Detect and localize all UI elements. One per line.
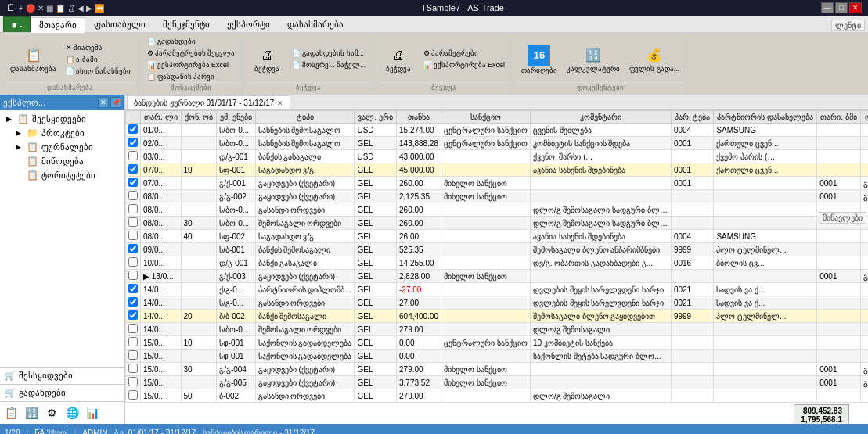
table-row[interactable]: 15/0...30გ/გ-004გაყიდვები (ქვეტარი)GEL27… xyxy=(126,363,869,376)
row-checkbox[interactable] xyxy=(126,177,141,190)
row-checkbox[interactable] xyxy=(126,137,141,150)
ribbon-tab-price[interactable]: ფასთაბული xyxy=(85,16,154,32)
col-header-amount[interactable]: თანხა xyxy=(397,111,441,124)
row-checkbox[interactable] xyxy=(126,389,141,403)
col-header-c1[interactable]: ქონ. ობ xyxy=(181,111,217,124)
tab-close-icon[interactable]: ✕ xyxy=(277,99,283,107)
ribbon-tab-help[interactable]: დასახმარება xyxy=(279,16,352,32)
toolbar-icon8[interactable]: ▶ xyxy=(86,4,92,13)
ribbon-btn-transfer[interactable]: 💰 ფულის გადა... xyxy=(625,44,683,75)
explorer-purchases-bottom[interactable]: 🛒 შესსყიდვები xyxy=(0,367,124,384)
table-row[interactable]: 08/0...ს/ბო-0...გასანდი ორდვებიGEL260.00… xyxy=(126,203,869,217)
close-button[interactable]: ✕ xyxy=(849,2,862,13)
table-row[interactable]: 07/0...გ/ქ-001გაყიდვები (ქვეტარი)GEL260.… xyxy=(126,177,869,190)
footer-icon-1[interactable]: 📋 xyxy=(2,404,20,422)
toolbar-icon5[interactable]: 📋 xyxy=(56,4,65,13)
ribbon-tab-mgmt[interactable]: მენეჯმენტი xyxy=(154,16,218,32)
toolbar-icon7[interactable]: ◀ xyxy=(77,4,84,13)
col-header-sanq[interactable]: სანქციო xyxy=(441,111,531,124)
col-header-type[interactable]: ტიპი xyxy=(255,111,355,124)
table-row[interactable]: 07/0...10სფ-001საგადახდო ვ/გ.GEL45,000.0… xyxy=(126,163,869,177)
tree-item-delivery[interactable]: 📋 მიწოდება xyxy=(0,154,124,168)
ribbon-tab-main[interactable]: მთავარი xyxy=(31,17,85,33)
table-row[interactable]: 14/0...ქ/გ-0...პარტნიორის დიპლომბ...GEL-… xyxy=(126,283,869,296)
col-header-partner[interactable]: პარტნიორის დასახელება xyxy=(714,111,817,124)
table-row[interactable]: 08/0...გ/გ-002გაყიდვები (ქვეტარი)GEL2,12… xyxy=(126,190,869,203)
toolbar-icon2[interactable]: 🔴 xyxy=(26,4,35,13)
footer-icon-3[interactable]: ⚙ xyxy=(42,404,61,422)
ribbon-btn-delete[interactable]: ✕ მიათემა xyxy=(62,42,135,53)
ribbon-btn-calendar[interactable]: 16 თარიღები xyxy=(517,42,561,77)
data-table-container[interactable]: თარ. ლი ქონ. ობ ემ. ენები ტიპი ვალ. ერი … xyxy=(125,110,868,424)
table-row[interactable]: 14/0...20ბ/ბ-002ბანქი შემოსაგალიGEL604,4… xyxy=(126,310,869,323)
col-header-desc[interactable]: დასახელება xyxy=(860,111,868,124)
explorer-payments-bottom[interactable]: 🛒 გადახდები xyxy=(0,384,124,401)
row-checkbox[interactable] xyxy=(126,243,141,256)
ribbon-btn-excel2[interactable]: 📊 ექსპორტირება Excel xyxy=(420,59,510,70)
toolbar-icon3[interactable]: ✕ xyxy=(38,4,44,13)
ribbon-btn-print[interactable]: 🖨 ბეჭდვა xyxy=(247,44,286,75)
footer-icon-2[interactable]: 🔢 xyxy=(22,404,41,422)
table-row[interactable]: 08/0...30ს/ბო-0...შემოსაგალი ორდვებიGEL2… xyxy=(126,217,869,230)
tree-item-journals[interactable]: ▶ 📋 ფურნალები xyxy=(0,140,124,154)
footer-icon-4[interactable]: 🌐 xyxy=(63,404,81,422)
row-checkbox[interactable] xyxy=(126,270,141,283)
row-checkbox[interactable] xyxy=(126,190,141,203)
ribbon-btn-print3[interactable]: 🖨 ბეჭდვა xyxy=(379,44,418,75)
ribbon-btn-edit[interactable]: 📋 ა ბამი xyxy=(62,54,135,65)
row-checkbox[interactable] xyxy=(126,217,141,230)
toolbar-icon6[interactable]: 🖨 xyxy=(67,4,75,13)
row-checkbox[interactable] xyxy=(126,150,141,163)
row-checkbox[interactable] xyxy=(126,310,141,323)
table-row[interactable]: 15/0...10სφ-001საქონლის გადაბდელებაGEL0.… xyxy=(126,336,869,350)
ribbon-btn-params2[interactable]: ⚙ პარამეტრები xyxy=(420,48,510,59)
toolbar-icon[interactable]: + xyxy=(19,4,23,13)
row-checkbox[interactable] xyxy=(126,350,141,363)
ribbon-btn-info[interactable]: 📄 ასიო ნანახნები xyxy=(62,66,135,77)
row-checkbox[interactable] xyxy=(126,283,141,296)
table-row[interactable]: 15/0...სφ-001საქონლის გადაბდელებაGEL0.00… xyxy=(126,350,869,363)
ribbon-tab-menu[interactable]: ■ - xyxy=(3,16,31,32)
ribbon-btn-print2[interactable]: 📄 გადახდების სამ... xyxy=(288,48,370,59)
ribbon-btn-add[interactable]: 📋 დასახმარება xyxy=(6,44,60,75)
col-header-date[interactable]: თარ. ლი xyxy=(141,111,182,124)
ribbon-btn-excel[interactable]: 📊 ექსპორტირება Excel xyxy=(143,59,240,70)
table-row[interactable]: 15/0...50ბ-002გასანდი ორდვებიGEL279.00დლ… xyxy=(126,389,869,403)
table-row[interactable]: 09/0...ს/ბ-001ბანქის შემოსაგალიGEL525.35… xyxy=(126,243,869,256)
row-checkbox[interactable] xyxy=(126,230,141,243)
col-header-par[interactable]: პარ. ტება xyxy=(671,111,714,124)
col-header-currency[interactable]: ვალ. ერი xyxy=(355,111,397,124)
table-row[interactable]: 02/0...ს/ბო-0...სახნების შემოსაგალოGEL14… xyxy=(126,137,869,150)
table-row[interactable]: 03/0...დ/გ-001ბანქის გასაგალიUSD43,000.0… xyxy=(126,150,869,163)
row-checkbox[interactable] xyxy=(126,296,141,310)
col-header-c2[interactable]: ემ. ენები xyxy=(217,111,256,124)
row-checkbox[interactable] xyxy=(126,336,141,350)
ribbon-btn-sort[interactable]: 📄 მოსერვ... ნაჭელ... xyxy=(288,59,370,70)
row-checkbox[interactable] xyxy=(126,163,141,177)
minimize-button[interactable]: — xyxy=(821,2,834,13)
ribbon-tab-export[interactable]: ექსპორტი xyxy=(218,16,279,32)
row-checkbox[interactable] xyxy=(126,203,141,217)
row-checkbox[interactable] xyxy=(126,363,141,376)
ribbon-btn-faspagini[interactable]: 📋 ფასდანის პარვი xyxy=(143,71,240,82)
content-tab-journal[interactable]: ბანდების ჟურნალი 01/01/17 - 31/12/17 ✕ xyxy=(127,95,290,109)
col-header-comment[interactable]: კომენტარი xyxy=(530,111,671,124)
col-header-date2[interactable]: თარი. ბმი xyxy=(817,111,861,124)
table-row[interactable]: 10/0...დ/გ-001ბანქი გასაგალიGEL14,255.00… xyxy=(126,256,869,270)
row-checkbox[interactable] xyxy=(126,323,141,336)
table-row[interactable]: 14/0...ს/ბო-0...შემოსაგალი ორდვებიGEL279… xyxy=(126,323,869,336)
row-checkbox[interactable] xyxy=(126,124,141,137)
table-row[interactable]: ▶ 13/0...გ/ქ-003გაყიდვები (ქვეტარი)GEL2,… xyxy=(126,270,869,283)
ribbon-btn-calc[interactable]: 🔢 კალკულატური xyxy=(563,44,624,75)
row-checkbox[interactable] xyxy=(126,256,141,270)
maximize-button[interactable]: □ xyxy=(835,2,848,13)
table-row[interactable]: 01/0...ს/ბო-0...სახნების შემოსაგალოUSD15… xyxy=(126,124,869,137)
table-row[interactable]: 14/0...ს/გ-0...გასანდი ორდვებიGEL27.00დვ… xyxy=(126,296,869,310)
tree-item-territories[interactable]: 📋 ტორიტეტები xyxy=(0,168,124,182)
explorer-pin-btn[interactable]: 📌 xyxy=(110,97,121,108)
toolbar-icon4[interactable]: ▦ xyxy=(46,4,53,13)
table-row[interactable]: 08/0...40სფ-002საგადახდო ვ/გ.GEL26.00ავა… xyxy=(126,230,869,243)
ribbon-btn-payments[interactable]: 📄 გადახდები xyxy=(143,36,240,47)
row-checkbox[interactable] xyxy=(126,376,141,389)
ribbon-btn-params[interactable]: ⚙ პარამეტრების შეცვლა xyxy=(143,48,240,59)
